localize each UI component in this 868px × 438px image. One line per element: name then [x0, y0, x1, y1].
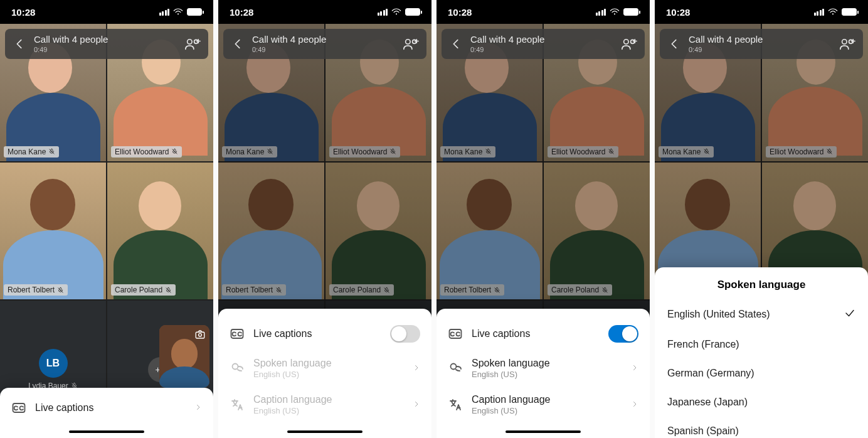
live-captions-toggle-row: Live captions — [230, 318, 420, 350]
svg-line-16 — [384, 288, 389, 292]
svg-point-6 — [199, 333, 202, 336]
spoken-language-label: Spoken language — [253, 358, 404, 369]
svg-point-19 — [413, 40, 416, 43]
svg-line-36 — [827, 149, 832, 154]
back-button[interactable] — [449, 37, 463, 51]
home-indicator — [505, 430, 581, 433]
cc-icon — [448, 326, 463, 341]
camera-flip-icon[interactable] — [194, 329, 206, 340]
participants-button[interactable] — [184, 37, 201, 51]
caption-language-label: Caption language — [253, 394, 404, 405]
live-captions-entry[interactable]: Live captions — [11, 393, 202, 423]
svg-point-34 — [451, 364, 457, 370]
statusbar: 10:28 — [218, 0, 431, 24]
mic-muted-icon — [48, 148, 55, 155]
svg-point-40 — [842, 40, 847, 44]
svg-point-17 — [396, 13, 397, 14]
cc-icon — [230, 326, 245, 341]
captions-settings-sheet: Live captions Spoken language English (U… — [218, 309, 431, 438]
signal-icon — [378, 9, 388, 16]
spoken-language-icon — [448, 361, 463, 376]
battery-icon — [187, 8, 202, 16]
check-icon — [844, 307, 855, 321]
back-button[interactable] — [13, 37, 26, 51]
translate-icon — [448, 397, 463, 412]
participant-label: Carole Poland — [111, 284, 176, 296]
svg-line-35 — [704, 149, 709, 154]
screen-2: Mona Kane Elliot Woodward Robert Tolbert… — [218, 0, 431, 438]
svg-line-14 — [391, 149, 395, 154]
chevron-right-icon — [413, 399, 420, 410]
mic-muted-icon — [171, 148, 178, 155]
live-captions-toggle-row: Live captions — [448, 318, 638, 350]
live-captions-label: Live captions — [35, 402, 186, 414]
svg-point-23 — [233, 364, 238, 370]
self-video-pip[interactable] — [159, 325, 209, 388]
svg-point-9 — [194, 40, 198, 43]
signal-icon — [159, 9, 170, 16]
spoken-language-row: Spoken language English (US) — [230, 350, 420, 387]
video-tile-carole[interactable]: Carole Poland — [107, 163, 213, 300]
caption-language-row: Caption language English (US) — [230, 387, 420, 423]
wifi-icon — [173, 7, 183, 18]
call-title: Call with 4 people — [34, 35, 177, 45]
participants-button[interactable] — [403, 37, 419, 51]
chevron-right-icon — [194, 402, 202, 414]
svg-point-30 — [631, 40, 635, 43]
captions-settings-sheet: Live captions Spoken language English (U… — [437, 309, 650, 438]
svg-line-26 — [495, 288, 499, 292]
participants-button[interactable] — [621, 37, 637, 51]
home-indicator — [287, 430, 363, 433]
svg-line-24 — [486, 149, 490, 154]
back-button[interactable] — [231, 37, 245, 51]
home-indicator — [69, 430, 144, 433]
mic-muted-icon — [165, 287, 172, 294]
translate-icon — [230, 397, 245, 412]
live-captions-entry-sheet: Live captions — [0, 388, 213, 438]
call-header: Call with 4 people0:49 — [223, 29, 426, 59]
caption-language-value: English (US) — [253, 406, 404, 415]
chevron-right-icon — [631, 363, 638, 374]
participant-label: Mona Kane — [4, 146, 59, 158]
caption-language-row[interactable]: Caption language English (US) — [448, 387, 638, 423]
screen-1: Mona Kane Elliot Woodward — [0, 0, 213, 438]
participant-label: Elliot Woodward — [111, 146, 182, 158]
call-duration: 0:49 — [34, 46, 177, 53]
chevron-right-icon — [631, 399, 638, 410]
language-option-de[interactable]: German (Germany) — [666, 359, 857, 388]
chevron-right-icon — [413, 363, 420, 374]
svg-point-8 — [188, 40, 192, 44]
svg-line-13 — [268, 149, 272, 154]
spoken-language-value: English (US) — [253, 370, 404, 379]
live-captions-label: Live captions — [253, 328, 381, 339]
svg-line-25 — [609, 149, 613, 154]
svg-point-41 — [849, 40, 853, 43]
cc-icon — [11, 400, 26, 415]
language-option-es[interactable]: Spanish (Spain) — [666, 417, 857, 438]
call-header: Call with 4 people 0:49 — [5, 29, 208, 59]
live-captions-toggle[interactable] — [390, 325, 420, 343]
sheet-title: Spoken language — [666, 276, 857, 299]
clock: 10:28 — [11, 7, 35, 18]
spoken-language-row[interactable]: Spoken language English (US) — [448, 350, 638, 387]
svg-line-15 — [277, 288, 281, 292]
avatar: LB — [39, 349, 68, 378]
mic-muted-icon — [57, 287, 64, 294]
svg-point-7 — [177, 13, 179, 14]
video-tile-robert[interactable]: Robert Tolbert — [0, 163, 106, 300]
participant-label: Robert Tolbert — [4, 284, 68, 296]
language-option-en[interactable]: English (United States) — [666, 299, 857, 330]
participants-button[interactable] — [839, 37, 855, 51]
svg-line-27 — [603, 288, 607, 292]
svg-point-39 — [832, 13, 834, 14]
live-captions-toggle[interactable] — [608, 325, 638, 343]
spoken-language-sheet: Spoken language English (United States) … — [655, 267, 868, 438]
svg-point-29 — [624, 40, 628, 44]
back-button[interactable] — [667, 37, 681, 51]
screen-3: Mona Kane Elliot Woodward Robert Tolbert… — [437, 0, 650, 438]
language-option-fr[interactable]: French (France) — [666, 330, 857, 359]
language-option-ja[interactable]: Japanese (Japan) — [666, 388, 857, 417]
statusbar: 10:28 — [0, 0, 213, 24]
svg-point-18 — [406, 40, 410, 44]
screen-4: Mona Kane Elliot Woodward Robert Tolbert… — [655, 0, 868, 438]
